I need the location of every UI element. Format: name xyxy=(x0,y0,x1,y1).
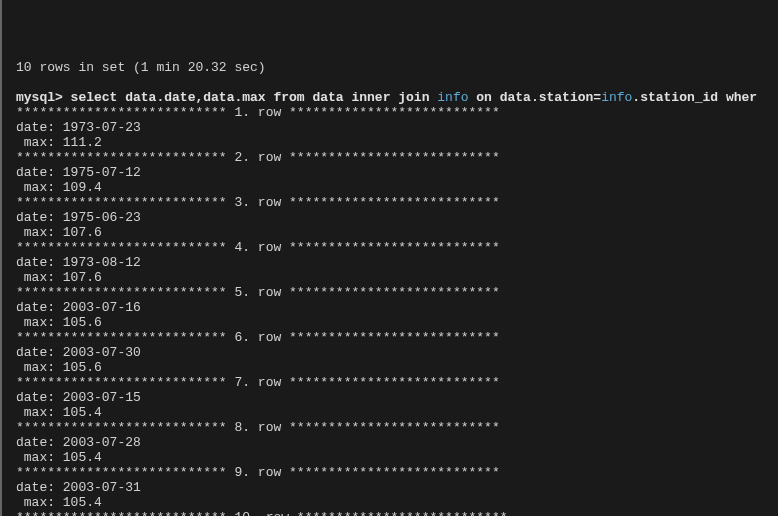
row-separator: *************************** 1. row *****… xyxy=(16,105,500,120)
row-max: max: 105.4 xyxy=(16,405,102,420)
row-date: date: 1975-06-23 xyxy=(16,210,141,225)
query-part: select data.date,data.max from data inne… xyxy=(71,90,438,105)
row-separator: *************************** 5. row *****… xyxy=(16,285,500,300)
row-date: date: 2003-07-30 xyxy=(16,345,141,360)
row-separator: *************************** 6. row *****… xyxy=(16,330,500,345)
row-date: date: 2003-07-16 xyxy=(16,300,141,315)
prev-summary-line: 10 rows in set (1 min 20.32 sec) xyxy=(16,60,266,75)
query-part: .station_id wher xyxy=(632,90,757,105)
row-date: date: 1973-07-23 xyxy=(16,120,141,135)
row-max: max: 107.6 xyxy=(16,225,102,240)
row-separator: *************************** 9. row *****… xyxy=(16,465,500,480)
query-keyword-info: info xyxy=(437,90,468,105)
row-separator: *************************** 3. row *****… xyxy=(16,195,500,210)
row-date: date: 2003-07-31 xyxy=(16,480,141,495)
row-date: date: 1975-07-12 xyxy=(16,165,141,180)
row-max: max: 105.6 xyxy=(16,360,102,375)
row-max: max: 105.4 xyxy=(16,495,102,510)
row-max: max: 111.2 xyxy=(16,135,102,150)
row-date: date: 2003-07-15 xyxy=(16,390,141,405)
row-max: max: 109.4 xyxy=(16,180,102,195)
query-keyword-info: info xyxy=(601,90,632,105)
row-separator: *************************** 8. row *****… xyxy=(16,420,500,435)
mysql-prompt: mysql> xyxy=(16,90,71,105)
row-max: max: 105.4 xyxy=(16,450,102,465)
query-part: on data.station= xyxy=(469,90,602,105)
row-separator: *************************** 7. row *****… xyxy=(16,375,500,390)
row-separator: *************************** 4. row *****… xyxy=(16,240,500,255)
terminal-output[interactable]: 10 rows in set (1 min 20.32 sec) mysql> … xyxy=(2,60,778,516)
row-separator: *************************** 10. row ****… xyxy=(16,510,507,516)
row-max: max: 107.6 xyxy=(16,270,102,285)
row-date: date: 1973-08-12 xyxy=(16,255,141,270)
row-max: max: 105.6 xyxy=(16,315,102,330)
row-separator: *************************** 2. row *****… xyxy=(16,150,500,165)
row-date: date: 2003-07-28 xyxy=(16,435,141,450)
